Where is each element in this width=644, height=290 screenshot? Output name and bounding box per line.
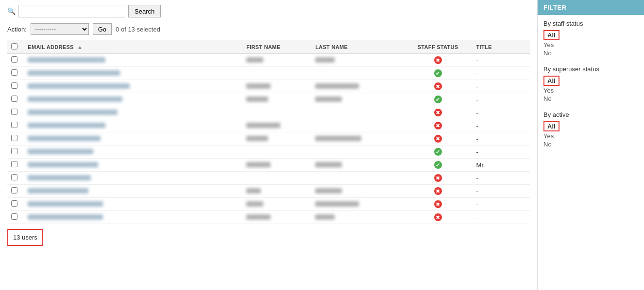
- filter-option-yes[interactable]: Yes: [543, 132, 638, 140]
- select-all-checkbox[interactable]: [11, 43, 17, 49]
- staff-status-cell: ✖: [404, 172, 473, 185]
- action-bar: Action: ---------- Go 0 of 13 selected: [7, 23, 530, 35]
- filter-header: FILTER: [538, 0, 644, 15]
- select-all-header[interactable]: [7, 40, 24, 54]
- staff-status-cell: ✔: [404, 159, 473, 172]
- action-label: Action:: [7, 26, 27, 33]
- filter-option-all[interactable]: All: [543, 76, 559, 86]
- email-value[interactable]: [28, 110, 118, 115]
- row-checkbox[interactable]: [11, 69, 17, 76]
- lastname-cell: [311, 106, 403, 119]
- status-inactive-icon: ✖: [434, 174, 442, 182]
- staff-status-cell: ✖: [404, 80, 473, 93]
- lastname-column-header: LAST NAME: [311, 40, 403, 54]
- row-checkbox[interactable]: [11, 148, 17, 154]
- email-column-header[interactable]: EMAIL ADDRESS ▲: [24, 40, 242, 54]
- email-value[interactable]: [28, 97, 122, 102]
- status-inactive-icon: ✖: [434, 109, 442, 116]
- row-checkbox[interactable]: [11, 109, 17, 115]
- staff-status-cell: ✔: [404, 93, 473, 106]
- go-button[interactable]: Go: [93, 23, 112, 35]
- search-button[interactable]: Search: [128, 5, 161, 17]
- status-active-icon: ✔: [434, 161, 442, 169]
- email-value[interactable]: [28, 70, 120, 76]
- staff-status-cell: ✖: [404, 211, 473, 224]
- staff-status-cell: ✔: [404, 67, 473, 80]
- email-value[interactable]: [28, 57, 105, 63]
- email-value[interactable]: [28, 188, 88, 193]
- staff-status-cell: ✔: [404, 145, 473, 159]
- lastname-value: [315, 188, 342, 193]
- staff-status-cell: ✖: [404, 132, 473, 145]
- status-inactive-icon: ✖: [434, 82, 442, 90]
- row-checkbox[interactable]: [11, 200, 17, 207]
- email-value[interactable]: [28, 149, 93, 154]
- email-cell: [24, 211, 242, 224]
- users-table: EMAIL ADDRESS ▲ FIRST NAME LAST NAME STA…: [7, 40, 530, 224]
- row-checkbox[interactable]: [11, 187, 17, 193]
- table-row: ✔-: [7, 145, 530, 159]
- row-checkbox[interactable]: [11, 82, 17, 89]
- filter-option-no[interactable]: No: [543, 95, 638, 102]
- row-checkbox-cell: [7, 211, 24, 224]
- email-value[interactable]: [28, 201, 103, 207]
- row-checkbox-cell: [7, 80, 24, 93]
- filter-option-no[interactable]: No: [543, 141, 638, 148]
- row-checkbox[interactable]: [11, 135, 17, 141]
- table-header-row: EMAIL ADDRESS ▲ FIRST NAME LAST NAME STA…: [7, 40, 530, 54]
- filter-option-all[interactable]: All: [543, 30, 559, 40]
- row-checkbox-cell: [7, 198, 24, 211]
- row-checkbox[interactable]: [11, 56, 17, 63]
- filter-section-title-1: By superuser status: [543, 65, 638, 73]
- firstname-column-header: FIRST NAME: [242, 40, 311, 54]
- filter-option-no[interactable]: No: [543, 49, 638, 57]
- row-checkbox[interactable]: [11, 96, 17, 102]
- staffstatus-column-header: STAFF STATUS: [404, 40, 473, 54]
- email-value[interactable]: [28, 123, 105, 128]
- row-checkbox-cell: [7, 93, 24, 106]
- firstname-value: [246, 188, 261, 193]
- firstname-cell: [242, 185, 311, 198]
- search-input[interactable]: [18, 5, 125, 17]
- title-cell: -: [473, 145, 530, 159]
- title-cell: -: [473, 211, 530, 224]
- lastname-value: [315, 97, 342, 102]
- title-cell: -: [473, 132, 530, 145]
- table-row: ✖-: [7, 185, 530, 198]
- row-checkbox[interactable]: [11, 213, 17, 220]
- email-value[interactable]: [28, 214, 103, 220]
- row-checkbox[interactable]: [11, 174, 17, 180]
- row-checkbox[interactable]: [11, 122, 17, 128]
- email-cell: [24, 145, 242, 159]
- search-bar: 🔍 Search: [7, 5, 530, 17]
- email-cell: [24, 67, 242, 80]
- title-cell: Mr.: [473, 159, 530, 172]
- email-cell: [24, 119, 242, 132]
- lastname-cell: [311, 145, 403, 159]
- filter-section-title-2: By active: [543, 111, 638, 118]
- filter-section-title-0: By staff status: [543, 20, 638, 27]
- firstname-cell: [242, 67, 311, 80]
- status-inactive-icon: ✖: [434, 135, 442, 143]
- email-value[interactable]: [28, 136, 101, 141]
- firstname-cell: [242, 145, 311, 159]
- filter-option-yes[interactable]: Yes: [543, 87, 638, 94]
- email-cell: [24, 198, 242, 211]
- table-row: ✔-: [7, 93, 530, 106]
- action-select[interactable]: ----------: [31, 23, 89, 35]
- email-cell: [24, 185, 242, 198]
- row-checkbox[interactable]: [11, 161, 17, 167]
- email-value[interactable]: [28, 162, 98, 167]
- lastname-cell: [311, 80, 403, 93]
- lastname-value: [315, 83, 359, 89]
- email-value[interactable]: [28, 175, 91, 180]
- email-value[interactable]: [28, 83, 130, 89]
- table-row: ✔Mr.: [7, 159, 530, 172]
- firstname-value: [246, 97, 268, 102]
- staff-status-cell: ✖: [404, 54, 473, 67]
- filter-option-all[interactable]: All: [543, 121, 559, 131]
- firstname-value: [246, 162, 271, 167]
- lastname-cell: [311, 211, 403, 224]
- row-checkbox-cell: [7, 145, 24, 159]
- filter-option-yes[interactable]: Yes: [543, 41, 638, 48]
